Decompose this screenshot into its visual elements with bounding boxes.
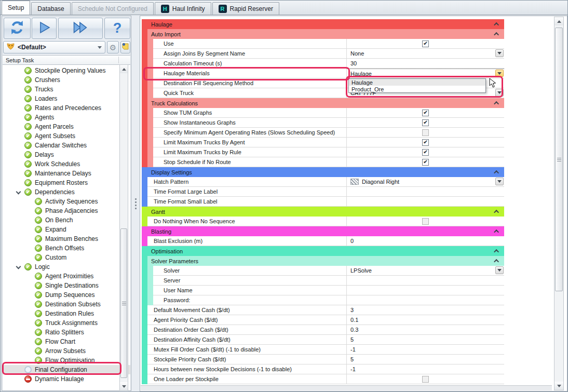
profile-selector[interactable]: <Default>	[3, 41, 105, 53]
property-label-cell[interactable]: Default Movement Cash ($/dt)	[147, 305, 347, 315]
header-cell[interactable]: Gantt	[147, 207, 504, 217]
dropdown-option-product_ore[interactable]: Product_Ore	[349, 86, 485, 92]
dropdown-button[interactable]	[495, 178, 504, 185]
grid-row-blasting[interactable]: Blasting	[142, 226, 504, 236]
grid-row-hours-between-new-stockpile-decisions-1-to-disable-[interactable]: Hours between new Stockpile Decisions (-…	[142, 364, 504, 374]
grid-row-solver-parameters[interactable]: Solver Parameters	[142, 256, 504, 266]
tree-item-dependencies[interactable]: ✔Dependencies	[3, 187, 130, 197]
property-label-cell[interactable]: Destination Order Cash ($/dt)	[147, 325, 347, 335]
tree-item-agent-subsets[interactable]: ✔Agent Subsets	[3, 131, 130, 141]
grid-row-show-instantaneous-graphs[interactable]: Show Instantaneous Graphs✔	[142, 118, 504, 128]
tree-item-delays[interactable]: ✔Delays	[3, 150, 130, 159]
property-label-cell[interactable]: Assign Joins By Segment Name	[153, 49, 347, 59]
tree-item-ratio-splitters[interactable]: ✔Ratio Splitters	[3, 328, 130, 337]
tree-item-activity-sequences[interactable]: ✔Activity Sequences	[3, 197, 130, 206]
property-label-cell[interactable]: Haulage Materials	[153, 69, 347, 78]
tree-item-loaders[interactable]: ✔Loaders	[3, 94, 130, 103]
grid-row-auto-import[interactable]: Auto Import	[142, 29, 504, 39]
property-label-cell[interactable]: Blast Exclusion (m)	[147, 236, 347, 246]
tree-item-destination-subsets[interactable]: ✔Destination Subsets	[3, 300, 130, 309]
tree-item-equipment-rosters[interactable]: ✔Equipment Rosters	[3, 178, 130, 187]
property-label-cell[interactable]: Limit Maximum Trucks by Rule	[153, 147, 347, 157]
property-value-cell[interactable]	[347, 295, 504, 305]
tree-scrollbar[interactable]	[119, 64, 128, 391]
grid-row-assign-joins-by-segment-name[interactable]: Assign Joins By Segment NameNone	[142, 49, 504, 59]
property-label-cell[interactable]: Agent Priority Cash ($/dt)	[147, 315, 347, 325]
tree-item-logic[interactable]: ✔Logic	[3, 262, 130, 272]
grid-row-specify-minimum-agent-operating-rates-slows-scheduling-speed-[interactable]: Specify Minimum Agent Operating Rates (S…	[142, 128, 504, 138]
property-value-cell[interactable]: ✔	[347, 138, 504, 147]
checkbox-checked[interactable]: ✔	[422, 119, 429, 126]
grid-row-time-format-small-label[interactable]: Time Format Small Label	[142, 197, 504, 207]
grid-row-password-[interactable]: Password:	[142, 295, 504, 305]
checkbox-checked[interactable]: ✔	[422, 139, 429, 146]
tree-item-maintenance-delays[interactable]: ✔Maintenance Delays	[3, 169, 130, 178]
property-value-cell[interactable]	[347, 128, 504, 138]
tab-setup[interactable]: Setup	[2, 1, 30, 15]
tree-item-agent-parcels[interactable]: ✔Agent Parcels	[3, 122, 130, 131]
property-value-cell[interactable]	[347, 197, 504, 207]
tree-item-truck-assignments[interactable]: ✔Truck Assignments	[3, 318, 130, 328]
property-value-cell[interactable]: Diagonal Right	[347, 177, 504, 187]
property-label-cell[interactable]: Specify Minimum Agent Operating Rates (S…	[153, 128, 347, 138]
property-value-cell[interactable]: 3	[347, 305, 504, 315]
scroll-up-button[interactable]	[120, 65, 128, 73]
run-all-button[interactable]	[58, 18, 103, 39]
property-label-cell[interactable]: Show TUM Graphs	[153, 108, 347, 118]
tab-rapid-reserver[interactable]: RRapid Reserver	[212, 2, 279, 15]
property-label-cell[interactable]: Time Format Large Label	[147, 187, 347, 197]
property-label-cell[interactable]: Mutex Fill Order Cash ($/dt) (-1 to disa…	[147, 345, 347, 355]
grid-row-agent-priority-cash-dt-[interactable]: Agent Priority Cash ($/dt)0.1	[142, 315, 504, 325]
property-value-cell[interactable]: -1	[347, 364, 504, 374]
property-value-cell[interactable]: Haulage	[347, 69, 504, 78]
subheader-cell[interactable]: Truck Calculations	[147, 98, 504, 108]
dropdown-button[interactable]	[495, 49, 504, 57]
property-label-cell[interactable]: Destination Fill Sequencing Method	[153, 78, 347, 88]
collapse-chevron-icon[interactable]	[494, 229, 499, 235]
grid-row-truck-calculations[interactable]: Truck Calculations	[142, 98, 504, 108]
property-value-cell[interactable]: ✔	[347, 108, 504, 118]
grid-row-haulage-materials[interactable]: Haulage MaterialsHaulage	[142, 69, 504, 78]
collapse-chevron-icon[interactable]	[494, 210, 499, 215]
dropdown-button[interactable]	[495, 89, 504, 97]
property-value-cell[interactable]	[347, 187, 504, 197]
checkbox-unchecked[interactable]	[422, 129, 429, 136]
tree-item-dump-sequences[interactable]: ✔Dump Sequences	[3, 290, 130, 300]
grid-row-use[interactable]: Use✔	[142, 39, 504, 49]
property-label-cell[interactable]: Time Format Small Label	[147, 197, 347, 207]
tree-item-work-schedules[interactable]: ✔Work Schedules	[3, 159, 130, 169]
property-value-cell[interactable]: 5	[347, 335, 504, 345]
grid-row-user-name[interactable]: User Name	[142, 286, 504, 295]
grid-row-do-nothing-when-no-sequence[interactable]: Do Nothing When No Sequence	[142, 217, 504, 226]
settings-button[interactable]: ⚙	[107, 41, 119, 53]
grid-scrollbar[interactable]	[554, 17, 564, 390]
tab-schedule-not-configured[interactable]: Schedule Not Configured	[72, 2, 154, 15]
property-value-cell[interactable]: ✔	[347, 157, 504, 167]
tree-item-stockpile-opening-values[interactable]: ✔Stockpile Opening Values	[3, 66, 130, 75]
tree-item-crushers[interactable]: ✔Crushers	[3, 75, 130, 85]
grid-row-solver[interactable]: SolverLPSolve	[142, 266, 504, 276]
tree-item-final-configuration[interactable]: Final Configuration	[3, 365, 130, 374]
tree-item-calendar-switches[interactable]: ✔Calendar Switches	[3, 141, 130, 150]
tree-item-flow-optimisation[interactable]: ✔Flow Optimisation	[3, 356, 130, 365]
help-button[interactable]: ?	[104, 18, 130, 39]
tab-database[interactable]: Database	[31, 2, 70, 15]
grid-row-time-format-large-label[interactable]: Time Format Large Label	[142, 187, 504, 197]
property-value-cell[interactable]	[347, 374, 504, 384]
checkbox-checked[interactable]: ✔	[422, 40, 429, 47]
chevron-expanded-icon[interactable]	[16, 264, 21, 269]
header-cell[interactable]: Haulage	[147, 19, 504, 29]
grid-row-display-settings[interactable]: Display Settings	[142, 167, 504, 177]
checkbox-checked[interactable]: ✔	[422, 159, 429, 166]
collapse-chevron-icon[interactable]	[494, 32, 499, 37]
tree-item-agent-proximities[interactable]: ✔Agent Proximities	[3, 272, 130, 281]
property-label-cell[interactable]: Show Instantaneous Graphs	[153, 118, 347, 128]
grid-row-show-tum-graphs[interactable]: Show TUM Graphs✔	[142, 108, 504, 118]
grid-row-calculation-timeout-s-[interactable]: Calculation Timeout (s)30	[142, 59, 504, 69]
scroll-down-button[interactable]	[120, 382, 128, 390]
property-value-cell[interactable]: LPSolve	[347, 266, 504, 276]
checkbox-unchecked[interactable]	[422, 376, 429, 383]
property-value-cell[interactable]: -1	[347, 345, 504, 355]
chevron-expanded-icon[interactable]	[16, 190, 21, 195]
property-label-cell[interactable]: Solver	[153, 266, 347, 276]
